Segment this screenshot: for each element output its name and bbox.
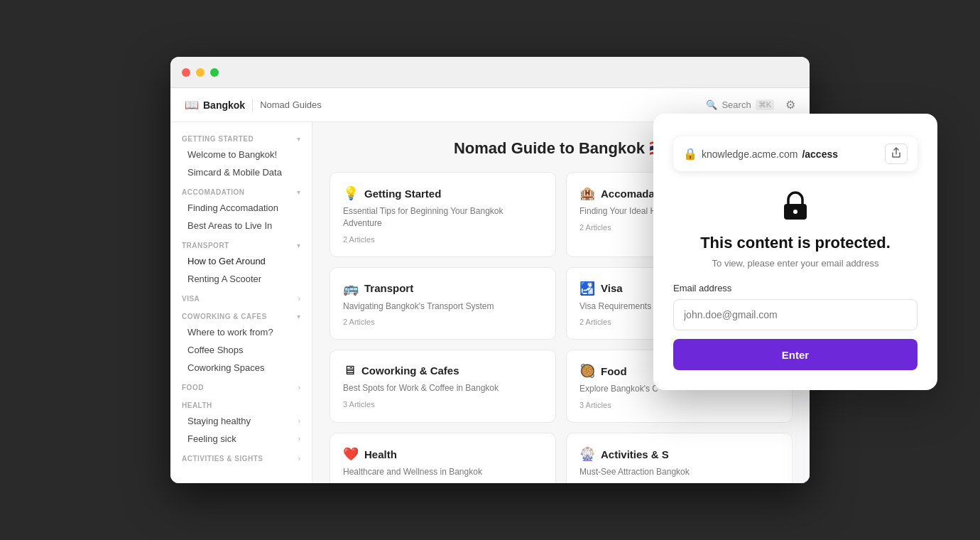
sidebar: GETTING STARTED ▾ Welcome to Bangkok! Si…: [170, 122, 312, 483]
card-title: Getting Started: [364, 188, 441, 200]
sidebar-item-welcome[interactable]: Welcome to Bangkok!: [170, 146, 312, 163]
card-health[interactable]: ❤️ Health Healthcare and Wellness in Ban…: [330, 433, 556, 483]
sidebar-section-visa: VISA ›: [170, 291, 312, 306]
url-domain: knowledge.acme.com: [702, 148, 797, 160]
sidebar-item-staying-healthy[interactable]: Staying healthy ›: [170, 412, 312, 430]
sidebar-section-food: FOOD ›: [170, 379, 312, 394]
card-emoji: 🛃: [579, 281, 595, 296]
brand-name: Bangkok: [203, 99, 245, 111]
sidebar-item-label: Staying healthy: [187, 416, 251, 426]
section-arrow-activities: ›: [298, 455, 300, 463]
search-box[interactable]: 🔍 Search ⌘K: [706, 99, 774, 110]
titlebar: [170, 57, 810, 88]
section-header-transport[interactable]: TRANSPORT ▾: [170, 237, 312, 252]
card-header: 💡 Getting Started: [343, 185, 543, 201]
sidebar-item-label: Welcome to Bangkok!: [187, 149, 277, 160]
card-desc: Healthcare and Wellness in Bangkok: [343, 466, 543, 478]
sidebar-section-getting-started: GETTING STARTED ▾ Welcome to Bangkok! Si…: [170, 131, 312, 181]
sidebar-item-label: Simcard & Mobile Data: [187, 167, 282, 178]
card-emoji: 🎡: [579, 446, 595, 462]
sidebar-item-feeling-sick[interactable]: Feeling sick ›: [170, 430, 312, 448]
minimize-button[interactable]: [196, 68, 205, 77]
sidebar-item-label: Coffee Shops: [187, 345, 244, 355]
sidebar-item-renting-scooter[interactable]: Renting A Scooter: [170, 270, 312, 288]
modal-title: This content is protected.: [673, 234, 918, 252]
section-title-visa: VISA: [182, 295, 200, 303]
card-desc: Must-See Attraction Bangkok: [579, 466, 779, 478]
card-emoji: 🚌: [343, 281, 359, 296]
sidebar-item-best-areas[interactable]: Best Areas to Live In: [170, 217, 312, 234]
card-emoji: 🏨: [579, 185, 595, 201]
card-title: Health: [364, 448, 397, 460]
sidebar-section-health: HEALTH Staying healthy › Feeling sick ›: [170, 397, 312, 448]
maximize-button[interactable]: [210, 68, 219, 77]
card-header: ❤️ Health: [343, 446, 543, 462]
card-articles: 3 Articles: [579, 401, 779, 409]
access-modal: 🔒 knowledge.acme.com /access This conten…: [653, 114, 937, 390]
card-header: 🎡 Activities & S: [579, 446, 779, 462]
section-header-visa[interactable]: VISA ›: [170, 291, 312, 306]
sidebar-item-where-to-work[interactable]: Where to work from?: [170, 323, 312, 341]
search-icon: 🔍: [706, 99, 717, 110]
card-title: Visa: [601, 282, 623, 294]
chevron-icon: ›: [298, 417, 300, 425]
sidebar-item-finding-accomadation[interactable]: Finding Accomadation: [170, 199, 312, 217]
card-header: 🖥 Coworking & Cafes: [343, 363, 543, 378]
chevron-icon: ›: [298, 435, 300, 443]
sidebar-item-coworking-spaces[interactable]: Coworking Spaces: [170, 359, 312, 377]
sidebar-section-accomadation: ACCOMADATION ▾ Finding Accomadation Best…: [170, 184, 312, 234]
section-title-coworking: COWORKING & CAFES: [182, 313, 267, 320]
card-activities[interactable]: 🎡 Activities & S Must-See Attraction Ban…: [566, 433, 793, 483]
card-emoji: 🥘: [579, 363, 595, 379]
sidebar-item-label: Coworking Spaces: [187, 362, 264, 373]
lock-icon: [778, 188, 812, 222]
card-desc: Best Spots for Work & Coffee in Bangkok: [343, 382, 543, 394]
sidebar-item-label: Best Areas to Live In: [187, 220, 272, 231]
enter-button[interactable]: Enter: [673, 339, 918, 370]
sidebar-item-coffee-shops[interactable]: Coffee Shops: [170, 341, 312, 359]
sidebar-item-simcard[interactable]: Simcard & Mobile Data: [170, 163, 312, 181]
brand-logo: 📖 Bangkok: [185, 98, 245, 112]
share-icon: [891, 147, 901, 158]
section-arrow-transport: ▾: [297, 242, 300, 249]
sidebar-section-transport: TRANSPORT ▾ How to Get Around Renting A …: [170, 237, 312, 288]
guide-label: Nomad Guides: [260, 99, 322, 110]
sidebar-item-label: Renting A Scooter: [187, 274, 261, 284]
card-header: 🚌 Transport: [343, 281, 543, 296]
card-articles: 2 Articles: [343, 318, 543, 326]
section-title-food: FOOD: [182, 384, 204, 392]
search-shortcut: ⌘K: [756, 99, 774, 110]
section-header-accomadation[interactable]: ACCOMADATION ▾: [170, 184, 312, 199]
card-title: Coworking & Cafes: [361, 364, 459, 377]
sidebar-item-label: Finding Accomadation: [187, 202, 278, 213]
sidebar-item-how-to-get-around[interactable]: How to Get Around: [170, 252, 312, 270]
sidebar-item-label: How to Get Around: [187, 256, 266, 266]
card-articles: 3 Articles: [343, 400, 543, 409]
share-button[interactable]: [885, 144, 908, 164]
section-title-health: HEALTH: [182, 401, 212, 409]
search-label: Search: [722, 99, 751, 110]
section-header-health[interactable]: HEALTH: [170, 397, 312, 412]
card-getting-started[interactable]: 💡 Getting Started Essential Tips for Beg…: [330, 172, 556, 257]
card-articles: 2 Articles: [343, 235, 543, 244]
sidebar-section-activities: ACTIVITIES & SIGHTS ›: [170, 450, 312, 465]
section-header-getting-started[interactable]: GETTING STARTED ▾: [170, 131, 312, 146]
close-button[interactable]: [182, 68, 190, 77]
section-arrow-coworking: ▾: [297, 313, 300, 320]
card-coworking[interactable]: 🖥 Coworking & Cafes Best Spots for Work …: [330, 350, 556, 423]
section-header-coworking[interactable]: COWORKING & CAFES ▾: [170, 308, 312, 323]
section-title-getting-started: GETTING STARTED: [182, 135, 254, 143]
header-right: 🔍 Search ⌘K ⚙: [706, 98, 795, 112]
settings-icon[interactable]: ⚙: [785, 98, 795, 112]
card-desc: Essential Tips for Beginning Your Bangko…: [343, 205, 543, 230]
card-transport[interactable]: 🚌 Transport Navigating Bangkok's Transpo…: [330, 267, 556, 340]
section-header-food[interactable]: FOOD ›: [170, 379, 312, 394]
section-arrow-accomadation: ▾: [297, 188, 300, 196]
url-path: /access: [802, 148, 838, 160]
section-header-activities[interactable]: ACTIVITIES & SIGHTS ›: [170, 450, 312, 465]
header-left: 📖 Bangkok Nomad Guides: [185, 98, 322, 112]
url-bar-container: 🔒 knowledge.acme.com /access: [673, 136, 918, 171]
section-arrow-visa: ›: [298, 295, 300, 303]
email-input[interactable]: [673, 299, 918, 330]
card-desc: Navigating Bangkok's Transport System: [343, 301, 543, 313]
